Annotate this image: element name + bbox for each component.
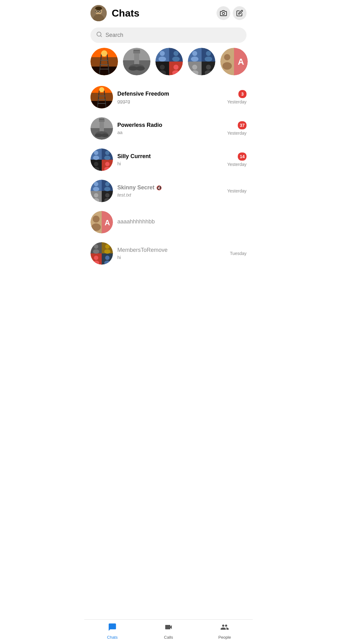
svg-point-41 [159, 70, 166, 75]
svg-point-54 [191, 70, 198, 75]
header-action-buttons [217, 6, 247, 20]
svg-point-6 [95, 7, 102, 10]
bottom-nav: Chats Calls People [84, 619, 253, 644]
svg-point-117 [93, 216, 100, 222]
chat-avatar [90, 180, 113, 202]
svg-line-9 [100, 36, 102, 37]
search-bar[interactable] [90, 27, 247, 43]
svg-point-30 [136, 66, 145, 71]
chat-preview: hi [117, 161, 223, 166]
mute-icon: 🔇 [156, 185, 162, 190]
svg-point-56 [205, 70, 212, 75]
chat-preview: hi [117, 255, 226, 260]
chat-item[interactable]: Powerless Radio aa 37 Yesterday [84, 113, 253, 144]
nav-item-calls[interactable]: Calls [140, 620, 197, 644]
svg-point-53 [192, 65, 197, 70]
svg-point-52 [205, 57, 212, 62]
stories-row: A [84, 48, 253, 82]
svg-rect-71 [90, 101, 113, 108]
calls-nav-label: Calls [164, 635, 173, 640]
camera-button[interactable] [217, 6, 230, 20]
svg-rect-14 [90, 67, 118, 75]
svg-point-110 [94, 193, 98, 197]
svg-point-107 [93, 187, 99, 191]
svg-point-39 [172, 57, 180, 62]
story-item[interactable] [90, 48, 118, 75]
chat-avatar: A [90, 211, 113, 233]
svg-point-128 [104, 249, 110, 254]
svg-text:A: A [238, 57, 244, 67]
svg-point-93 [94, 151, 98, 155]
svg-point-112 [105, 193, 110, 197]
svg-point-43 [172, 70, 180, 75]
compose-button[interactable] [233, 6, 247, 20]
chat-meta: 37 Yesterday [227, 121, 247, 136]
chat-item[interactable]: Defensive Freedom gggzg 3 Yesterday [84, 82, 253, 113]
unread-badge: 14 [238, 152, 247, 161]
chat-time: Yesterday [227, 188, 247, 193]
svg-point-118 [91, 223, 101, 231]
svg-point-77 [99, 87, 104, 92]
chat-info: MembersToRemove hi [117, 247, 226, 260]
user-avatar[interactable] [90, 5, 107, 21]
chat-info: Powerless Radio aa [117, 122, 223, 135]
nav-item-chats[interactable]: Chats [84, 620, 140, 644]
chats-nav-label: Chats [107, 635, 118, 640]
chat-name: aaaahhhhhhbb [117, 218, 242, 225]
svg-point-131 [105, 256, 110, 260]
chat-time: Yesterday [227, 131, 247, 136]
story-item[interactable] [188, 48, 215, 75]
chat-item[interactable]: Skinny Secret 🔇 test.txt Yesterday [84, 175, 253, 207]
story-item[interactable]: A [220, 48, 248, 75]
svg-point-87 [101, 133, 109, 137]
chat-name: MembersToRemove [117, 247, 226, 253]
story-item[interactable] [123, 48, 150, 75]
story-item[interactable] [155, 48, 183, 75]
chat-meta: 3 Yesterday [227, 90, 247, 104]
chat-item[interactable]: A aaaahhhhhhbb [84, 207, 253, 238]
search-input[interactable] [105, 32, 241, 38]
search-icon [96, 31, 102, 39]
chat-preview: gggzg [117, 98, 223, 104]
svg-point-49 [192, 51, 197, 56]
svg-point-129 [94, 256, 98, 260]
svg-point-126 [93, 249, 99, 254]
chat-avatar [90, 242, 113, 265]
svg-point-38 [173, 51, 178, 56]
chat-name: Powerless Radio [117, 122, 223, 128]
chat-info: Defensive Freedom gggzg [117, 91, 223, 104]
svg-point-42 [173, 65, 178, 70]
svg-point-55 [206, 65, 211, 70]
chats-nav-icon [108, 623, 117, 634]
chat-name: Defensive Freedom [117, 91, 223, 97]
chat-info: Skinny Secret 🔇 test.txt [117, 184, 223, 197]
chat-list: Defensive Freedom gggzg 3 Yesterday [84, 82, 253, 269]
svg-point-29 [129, 66, 137, 71]
chat-preview: aa [117, 130, 223, 135]
svg-point-108 [105, 182, 110, 186]
chat-meta: Tuesday [230, 251, 247, 256]
people-nav-label: People [218, 635, 231, 640]
svg-point-37 [159, 57, 166, 62]
chat-avatar [90, 86, 113, 108]
svg-rect-58 [220, 48, 234, 75]
svg-point-20 [101, 50, 107, 57]
svg-point-94 [93, 156, 99, 160]
chat-meta: Yesterday [227, 188, 247, 193]
chat-info: aaaahhhhhhbb [117, 218, 242, 226]
chat-time: Yesterday [227, 162, 247, 167]
chat-name: Silly Current [117, 153, 223, 160]
svg-point-125 [94, 244, 98, 249]
chat-name: Skinny Secret 🔇 [117, 184, 223, 191]
chat-preview: test.txt [117, 192, 223, 197]
chat-item[interactable]: Silly Current hi 14 Yesterday [84, 144, 253, 175]
chat-item[interactable]: MembersToRemove hi Tuesday [84, 238, 253, 269]
svg-point-50 [191, 57, 198, 62]
svg-point-106 [94, 182, 98, 186]
chat-avatar [90, 148, 113, 171]
nav-item-people[interactable]: People [197, 620, 253, 644]
search-container [84, 25, 253, 48]
svg-point-109 [104, 187, 110, 191]
people-nav-icon [220, 623, 229, 634]
unread-badge: 3 [238, 90, 247, 98]
